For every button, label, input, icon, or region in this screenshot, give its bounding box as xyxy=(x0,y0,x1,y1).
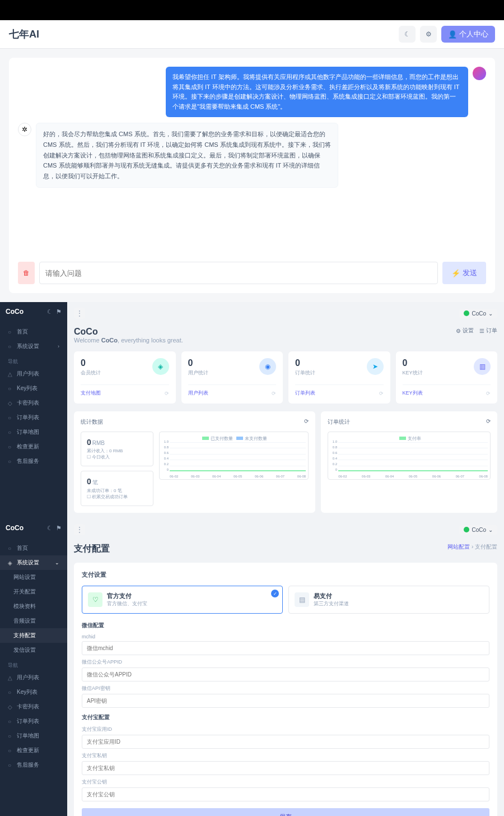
refresh-icon[interactable]: ⟳ xyxy=(379,391,384,396)
sidebar-item-update[interactable]: ○检查更新 xyxy=(0,439,67,454)
dots-icon: ⋮ xyxy=(76,309,83,317)
pay-option-easy[interactable]: ▤ 易支付第三方支付渠道 xyxy=(288,586,489,614)
sidebar-item-cards[interactable]: ◇卡密列表 xyxy=(0,396,67,410)
sidebar-item-orders[interactable]: ○订单列表 xyxy=(0,410,67,425)
pay-option-official[interactable]: ♡ 官方支付官方微信、支付宝 ✓ xyxy=(82,586,283,614)
user-chip[interactable]: CoCo⌄ xyxy=(459,525,497,535)
sidebar-sub-mail[interactable]: 发信设置 xyxy=(0,643,67,657)
sidebar-brand: CoCo xyxy=(6,524,24,532)
main-content: ⋮ CoCo⌄ CoCo Welcome CoCo, everything lo… xyxy=(67,302,504,518)
sidebar-item-home[interactable]: ○首页 xyxy=(0,324,67,339)
revenue-card: 0RMB 累计收入：0 RMB ☐ 今日收入 xyxy=(81,432,153,466)
sidebar-item-keys[interactable]: ○Key列表 xyxy=(0,685,67,699)
key-icon: ○ xyxy=(8,386,13,391)
sidebar-sub-site[interactable]: 网站设置 xyxy=(0,570,67,585)
chart-title: 统计数据 xyxy=(81,418,103,426)
sidebar-item-orders[interactable]: ○订单列表 xyxy=(0,714,67,729)
sidebar-section: 导航 xyxy=(0,354,67,367)
send-button[interactable]: ⚡ 发送 xyxy=(442,262,486,284)
sidebar-sub-audio[interactable]: 音频设置 xyxy=(0,614,67,628)
menu-toggle[interactable]: ⋮ xyxy=(74,308,85,319)
map-icon: ○ xyxy=(8,733,13,739)
pay-config-panel: CoCo ☾⚑ ○首页 ◈系统设置⌄ 网站设置 开关配置 模块资料 音频设置 支… xyxy=(0,518,504,816)
stat-link[interactable]: 用户列表 xyxy=(188,390,208,397)
chevron-down-icon: ⌄ xyxy=(488,527,493,533)
user-chip[interactable]: CoCo⌄ xyxy=(459,309,497,318)
send-label: 发送 xyxy=(463,268,477,278)
profile-button[interactable]: 👤 个人中心 xyxy=(441,26,495,43)
action-settings[interactable]: ⚙ 设置 xyxy=(456,327,474,335)
theme-icon[interactable]: ☾ xyxy=(47,525,53,532)
breadcrumb-current: 支付配置 xyxy=(475,544,497,550)
status-dot xyxy=(464,310,469,316)
clear-button[interactable]: 🗑 xyxy=(18,262,35,284)
menu-toggle[interactable]: ⋮ xyxy=(74,524,85,535)
sidebar-sub-module[interactable]: 模块资料 xyxy=(0,599,67,614)
label-ali-pri: 支付宝私钥 xyxy=(82,752,489,759)
sidebar-item-keys[interactable]: ○Key列表 xyxy=(0,381,67,396)
stat-link[interactable]: 支付地图 xyxy=(81,390,101,397)
sidebar-item-users[interactable]: △用户列表 xyxy=(0,367,67,381)
pay-option-title: 易支付 xyxy=(314,592,349,600)
stat-label: KEY统计 xyxy=(403,369,423,377)
y-axis-1: 1.00.80.60.40.20 xyxy=(161,440,169,471)
sidebar-item-support[interactable]: ○售后服务 xyxy=(0,454,67,469)
refresh-icon[interactable]: ⟳ xyxy=(165,391,169,396)
orders-value: 0 xyxy=(87,477,91,486)
input-ali-pub[interactable] xyxy=(82,787,489,801)
user-icon: ◉ xyxy=(259,358,276,375)
settings-button[interactable]: ⚙ xyxy=(420,26,437,43)
breadcrumb-parent[interactable]: 网站配置 xyxy=(447,544,470,550)
announce-icon[interactable]: ⚑ xyxy=(56,308,62,316)
sidebar-item-ordermap[interactable]: ○订单地图 xyxy=(0,425,67,439)
stat-grid: 0会员统计◈ 支付地图⟳ 0用户统计◉ 用户列表⟳ 0订单统计➤ 订单列表⟳ 0… xyxy=(74,351,497,404)
input-wx-appid[interactable] xyxy=(82,667,489,681)
chevron-right-icon: › xyxy=(58,344,59,349)
gear-icon: ◈ xyxy=(8,560,13,565)
sidebar-item-support[interactable]: ○售后服务 xyxy=(0,758,67,772)
sidebar-item-settings[interactable]: ○系统设置› xyxy=(0,339,67,354)
support-icon: ○ xyxy=(8,458,13,464)
chart-card-stats: 统计数据⟳ 0RMB 累计收入：0 RMB ☐ 今日收入 0笔 未成功订单：0 … xyxy=(74,411,315,513)
sidebar-label: 首页 xyxy=(17,544,28,552)
chevron-down-icon: ⌄ xyxy=(488,310,493,317)
input-wx-key[interactable] xyxy=(82,694,489,708)
chat-input[interactable] xyxy=(39,262,438,284)
theme-toggle[interactable]: ☾ xyxy=(399,26,416,43)
theme-icon[interactable]: ☾ xyxy=(47,308,53,316)
page-title: CoCo xyxy=(74,327,183,337)
chart-icon: ▥ xyxy=(474,358,491,375)
sidebar-label: 用户列表 xyxy=(17,674,39,681)
sidebar-item-ordermap[interactable]: ○订单地图 xyxy=(0,729,67,743)
refresh-icon[interactable]: ⟳ xyxy=(304,418,309,426)
input-ali-appid[interactable] xyxy=(82,735,489,749)
orders-sub1: 未成功订单：0 笔 xyxy=(87,488,147,494)
sidebar-item-home[interactable]: ○首页 xyxy=(0,541,67,555)
refresh-icon[interactable]: ⟳ xyxy=(486,418,491,426)
sidebar-item-settings[interactable]: ◈系统设置⌄ xyxy=(0,555,67,570)
sidebar-item-update[interactable]: ○检查更新 xyxy=(0,743,67,758)
sidebar-sub-switch[interactable]: 开关配置 xyxy=(0,585,67,599)
input-mchid[interactable] xyxy=(82,641,489,655)
stat-link[interactable]: 订单列表 xyxy=(295,390,315,397)
list-icon: ○ xyxy=(8,415,13,420)
header-actions: ☾ ⚙ 👤 个人中心 xyxy=(399,26,495,43)
stat-link[interactable]: KEY列表 xyxy=(403,390,423,397)
sidebar-item-cards[interactable]: ◇卡密列表 xyxy=(0,699,67,714)
sidebar-sub-pay[interactable]: 支持配置 xyxy=(0,628,67,643)
section-pay: 支付设置 xyxy=(82,571,489,579)
stat-card-members: 0会员统计◈ 支付地图⟳ xyxy=(74,351,176,404)
refresh-icon[interactable]: ⟳ xyxy=(486,391,491,396)
announce-icon[interactable]: ⚑ xyxy=(56,525,62,532)
input-ali-pri[interactable] xyxy=(82,761,489,775)
action-orders[interactable]: ☰ 订单 xyxy=(479,327,497,335)
sidebar-item-users[interactable]: △用户列表 xyxy=(0,670,67,685)
orders-sub2: ☐ 积累交易成功订单 xyxy=(87,494,147,500)
breadcrumb: 网站配置 › 支付配置 xyxy=(447,543,497,551)
user-bubble: 我希望你担任 IT 架构师。我将提供有关应用程序或其他数字产品功能的一些详细信息… xyxy=(166,67,468,117)
refresh-icon[interactable]: ⟳ xyxy=(272,391,276,396)
status-dot xyxy=(464,527,469,532)
save-button[interactable]: 保存 xyxy=(82,808,489,816)
stat-label: 用户统计 xyxy=(188,369,208,377)
chart-plot-1: 已支付数量 未支付数量 1.00.80.60.40.20 06-0206-030… xyxy=(159,432,309,480)
